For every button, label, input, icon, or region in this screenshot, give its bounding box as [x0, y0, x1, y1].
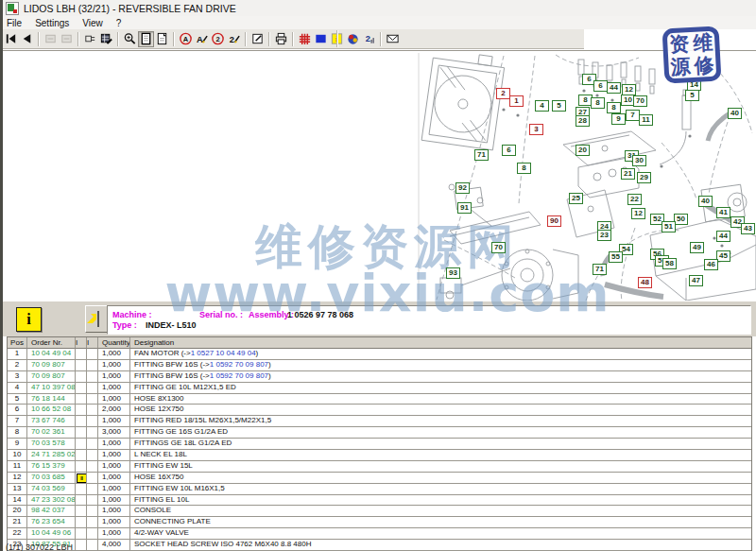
diagram-callout-45[interactable]: 45 — [716, 250, 730, 262]
menu-help[interactable]: ? — [110, 18, 129, 28]
diagram-callout-40[interactable]: 40 — [698, 196, 713, 207]
table-row[interactable]: 270 09 8071,000FITTING BFW 16S (->1 0592… — [7, 360, 752, 371]
diagram-callout-44[interactable]: 44 — [716, 231, 730, 242]
diagram-callout-6[interactable]: 6 — [502, 145, 516, 156]
find-position-2-button[interactable]: 2 — [210, 31, 226, 47]
table-row[interactable]: 870 02 3613,000FITTING GE 16S G1/2A ED — [7, 427, 752, 439]
table-row[interactable]: 447 10 397 081,000FITTING GE 10L M12X1,5… — [7, 383, 752, 394]
double-page-view-button[interactable] — [154, 31, 170, 47]
zoom-in-button[interactable] — [122, 31, 138, 47]
info-yellow-button[interactable]: i — [329, 31, 345, 47]
print-button[interactable] — [273, 31, 289, 47]
table-row[interactable]: 1447 23 302 081,000FITTING EL 10L — [7, 495, 752, 507]
diagram-callout-51[interactable]: 51 — [662, 221, 676, 232]
find-position-a-button[interactable]: A — [178, 31, 194, 47]
diagram-callout-8[interactable]: 8 — [517, 163, 531, 174]
diagram-callout-49[interactable]: 49 — [690, 242, 704, 253]
diagram-callout-25[interactable]: 25 — [569, 193, 583, 204]
table-row[interactable]: 2310 87 55 914,000SOCKET HEAD SCREW ISO … — [7, 540, 752, 551]
note-icon[interactable]: ‖ — [77, 474, 87, 483]
diagram-callout-71[interactable]: 71 — [474, 149, 489, 161]
edit-position-a-button[interactable]: A — [194, 31, 210, 47]
cell: 10 — [8, 450, 27, 461]
table-row[interactable]: 970 03 5781,000FITTINGS GE 18L G1/2A ED — [7, 439, 752, 450]
diagram-callout-92[interactable]: 92 — [455, 182, 470, 194]
nav-back-disabled-button[interactable] — [43, 31, 59, 47]
diagram-callout-7[interactable]: 7 — [626, 110, 640, 121]
diagram-callout-91[interactable]: 91 — [457, 202, 472, 214]
nav-forward-disabled-button[interactable] — [59, 31, 75, 47]
diagram-callout-48[interactable]: 48 — [638, 277, 652, 288]
panel-blue-button[interactable] — [313, 31, 329, 47]
diagram-callout-70[interactable]: 70 — [633, 95, 647, 107]
diagram-callout-58[interactable]: 58 — [662, 258, 677, 269]
mail-button[interactable] — [385, 31, 401, 47]
single-page-view-button[interactable] — [138, 31, 154, 47]
table-row[interactable]: 1270 03 685‖1,000HOSE 16X750 — [7, 473, 752, 484]
diagram-callout-5[interactable]: 5 — [552, 100, 566, 112]
diagram-callout-50[interactable]: 50 — [674, 214, 688, 225]
diagram-callout-22[interactable]: 22 — [627, 194, 642, 205]
connect-button[interactable] — [82, 31, 98, 47]
diagram-callout-6[interactable]: 6 — [593, 80, 608, 92]
table-row[interactable]: 610 66 52 082,000HOSE 12X750 — [7, 405, 752, 416]
diagram-callout-41[interactable]: 41 — [716, 207, 730, 218]
successor-part-link[interactable]: 1 0527 10 04 49 04 — [191, 349, 256, 357]
table-row[interactable]: 370 09 8071,000FITTING BFW 16S (->1 0592… — [7, 371, 752, 383]
diagram-callout-55[interactable]: 55 — [609, 251, 623, 263]
table-row[interactable]: 110 04 49 041,000FAN MOTOR (->1 0527 10 … — [7, 349, 752, 360]
statistics-button[interactable]: 2 — [361, 31, 377, 47]
info-button[interactable]: i — [16, 307, 42, 332]
diagram-callout-28[interactable]: 28 — [576, 115, 590, 127]
edit-note-button[interactable] — [249, 31, 266, 47]
menu-view[interactable]: View — [76, 18, 110, 28]
diagram-callout-12[interactable]: 12 — [631, 208, 645, 219]
table-row[interactable]: 576 18 1441,000HOSE 8X1300 — [7, 394, 752, 405]
diagram-callout-8[interactable]: 8 — [607, 102, 621, 113]
diagram-callout-29[interactable]: 29 — [637, 172, 651, 183]
order-number: 70 09 807 — [31, 371, 65, 380]
successor-part-link[interactable]: 1 0592 70 09 807 — [210, 371, 268, 380]
diagram-callout-2[interactable]: 2 — [496, 88, 510, 99]
diagram-callout-20[interactable]: 20 — [576, 145, 590, 156]
diagram-callout-71[interactable]: 71 — [593, 264, 607, 275]
table-row[interactable]: 2098 42 0371,000CONSOLE — [7, 506, 752, 517]
diagram-callout-1[interactable]: 1 — [509, 95, 524, 107]
successor-part-link[interactable]: 1 0592 70 09 807 — [210, 360, 268, 369]
grid-red-button[interactable] — [297, 31, 313, 47]
table-row[interactable]: 2210 04 49 061,0004/2-WAY VALVE — [7, 528, 752, 540]
diagram-callout-47[interactable]: 47 — [689, 275, 703, 286]
edit-position-2-button[interactable]: 2 — [226, 31, 242, 47]
diagram-callout-21[interactable]: 21 — [621, 168, 635, 180]
table-row[interactable]: 1024 71 285 021,000L NECK EL 18L — [7, 450, 752, 461]
diagram-callout-23[interactable]: 23 — [597, 230, 611, 241]
table-row[interactable]: 773 67 7461,000FITTING RED 18/15L M26X1,… — [7, 416, 752, 427]
diagram-callout-9[interactable]: 9 — [611, 113, 626, 125]
diagram-callout-11[interactable]: 11 — [639, 114, 653, 126]
diagram-callout-70[interactable]: 70 — [491, 242, 506, 253]
diagram-callout-93[interactable]: 93 — [446, 267, 460, 279]
previous-record-button[interactable] — [19, 31, 35, 47]
table-row[interactable]: 1374 03 5691,000FITTING EW 10L M16X1,5 — [7, 484, 752, 495]
diagram-callout-46[interactable]: 46 — [704, 259, 718, 270]
cell: 2 — [8, 360, 27, 371]
lidos-home-button[interactable] — [345, 31, 361, 47]
cell: FITTING EW 15L — [130, 461, 751, 473]
diagram-callout-40[interactable]: 40 — [728, 108, 742, 119]
menu-settings[interactable]: Settings — [28, 18, 76, 28]
diagram-callout-8[interactable]: 8 — [591, 97, 605, 109]
diagram-callout-5[interactable]: 5 — [685, 90, 699, 101]
table-row[interactable]: 1176 15 3791,000FITTING EW 15L — [7, 461, 752, 473]
first-record-button[interactable] — [3, 31, 19, 47]
select-table-button[interactable] — [98, 31, 114, 47]
diagram-callout-43[interactable]: 43 — [741, 223, 755, 234]
menu-file[interactable]: File — [0, 18, 28, 28]
diagram-callout-90[interactable]: 90 — [547, 215, 561, 227]
diagram-callout-44[interactable]: 44 — [607, 82, 621, 94]
cell: 1,000 — [98, 528, 130, 540]
cell: 1,000 — [98, 450, 130, 461]
diagram-callout-30[interactable]: 30 — [632, 155, 646, 166]
diagram-callout-3[interactable]: 3 — [529, 124, 543, 135]
diagram-callout-4[interactable]: 4 — [535, 100, 549, 112]
table-row[interactable]: 2176 23 6541,000CONNECTING PLATE — [7, 517, 752, 528]
